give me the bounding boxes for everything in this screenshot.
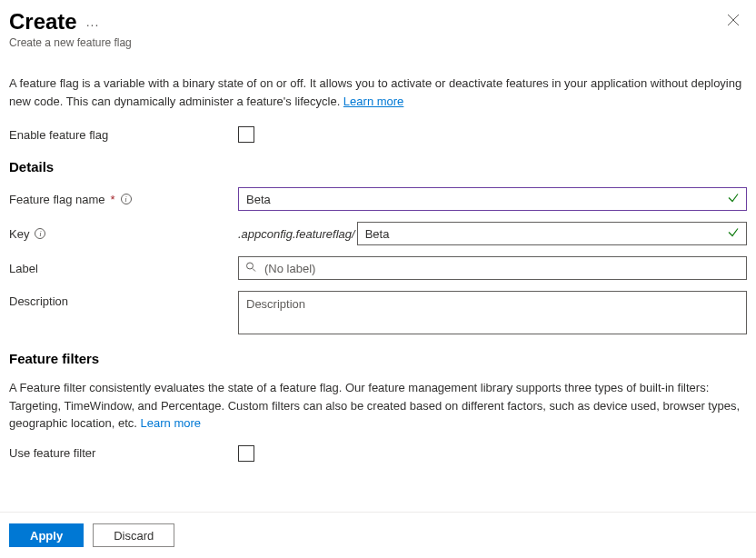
- apply-button[interactable]: Apply: [9, 523, 84, 547]
- checkmark-icon: [727, 192, 740, 207]
- intro-learn-more-link[interactable]: Learn more: [343, 95, 403, 108]
- name-input[interactable]: [238, 187, 747, 211]
- panel-subtitle: Create a new feature flag: [9, 36, 132, 49]
- filters-learn-more-link[interactable]: Learn more: [141, 416, 201, 430]
- required-asterisk: *: [111, 193, 115, 206]
- more-icon[interactable]: ···: [86, 12, 100, 32]
- label-label: Label: [9, 262, 238, 275]
- info-icon[interactable]: i: [35, 228, 45, 239]
- enable-flag-label: Enable feature flag: [9, 128, 238, 142]
- key-label: Key: [9, 227, 29, 241]
- info-icon[interactable]: i: [121, 194, 132, 204]
- details-heading: Details: [9, 159, 747, 174]
- checkmark-icon: [727, 226, 740, 242]
- description-label: Description: [9, 291, 238, 308]
- use-filter-label: Use feature filter: [9, 446, 238, 460]
- name-label: Feature flag name: [9, 193, 105, 206]
- label-input[interactable]: [238, 256, 747, 280]
- key-input[interactable]: [357, 222, 747, 245]
- close-icon[interactable]: [720, 9, 747, 33]
- discard-button[interactable]: Discard: [93, 523, 174, 547]
- filters-heading: Feature filters: [9, 351, 747, 366]
- svg-point-0: [247, 263, 254, 269]
- search-icon: [245, 262, 256, 275]
- svg-line-1: [253, 269, 255, 272]
- key-prefix: .appconfig.featureflag/: [238, 227, 355, 241]
- use-filter-checkbox[interactable]: [238, 445, 254, 462]
- description-textarea[interactable]: [238, 291, 747, 334]
- filters-intro: A Feature filter consistently evaluates …: [9, 379, 747, 433]
- intro-text: A feature flag is a variable with a bina…: [9, 75, 747, 110]
- enable-flag-checkbox[interactable]: [238, 126, 254, 143]
- panel-title: Create: [9, 9, 77, 35]
